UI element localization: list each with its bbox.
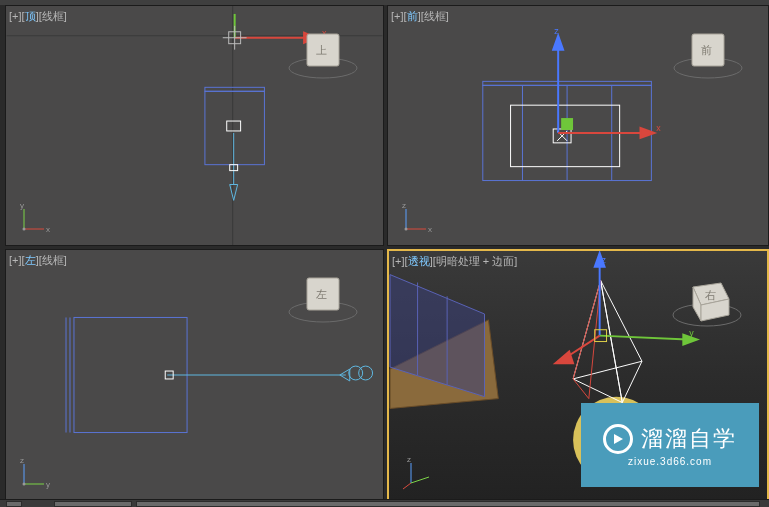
vp-name[interactable]: 透视 — [408, 255, 430, 267]
viewcube-top[interactable]: 上 — [283, 22, 363, 88]
axis-z-label: z — [407, 455, 411, 464]
play-icon — [603, 424, 633, 454]
viewport-perspective-axis-tripod: z — [401, 455, 435, 489]
svg-rect-25 — [511, 105, 620, 166]
axis-z-label: z — [402, 201, 406, 210]
viewport-front[interactable]: [+][前][线框] — [387, 5, 769, 246]
svg-line-70 — [403, 483, 411, 489]
viewcube-left[interactable]: 左 — [283, 266, 363, 332]
viewport-front-label[interactable]: [+][前][线框] — [391, 9, 449, 24]
viewcube-face-label[interactable]: 上 — [316, 44, 327, 56]
viewport-perspective-label[interactable]: [+][透视][明暗处理 + 边面] — [392, 254, 517, 269]
svg-marker-32 — [640, 128, 654, 138]
svg-rect-21 — [483, 81, 652, 85]
viewport-grid: [+][顶][线框] x — [5, 5, 769, 499]
svg-line-59 — [573, 361, 642, 379]
axis-x-label: x — [428, 225, 432, 234]
gizmo-x-label: x — [656, 123, 661, 133]
viewcube-front[interactable]: 前 — [668, 22, 748, 88]
viewport-top[interactable]: [+][顶][线框] x — [5, 5, 384, 246]
vp-shade[interactable]: 明暗处理 + 边面 — [436, 255, 515, 267]
svg-point-45 — [359, 366, 373, 380]
vp-name[interactable]: 顶 — [25, 10, 36, 22]
vp-shade[interactable]: 线框 — [42, 254, 64, 266]
viewport-top-axis-tripod: x y — [18, 201, 52, 235]
watermark-subtitle: zixue.3d66.com — [628, 456, 712, 467]
viewport-top-label[interactable]: [+][顶][线框] — [9, 9, 67, 24]
vp-plus[interactable]: + — [395, 255, 401, 267]
axis-x-label: x — [46, 225, 50, 234]
gizmo-z-label: z — [554, 26, 559, 36]
viewcube-face-label[interactable]: 右 — [705, 289, 716, 301]
watermark-title: 溜溜自学 — [641, 424, 737, 454]
viewport-left-axis-tripod: y z — [18, 456, 52, 490]
viewport-left-label[interactable]: [+][左][线框] — [9, 253, 67, 268]
svg-point-49 — [23, 483, 26, 486]
vp-plus[interactable]: + — [12, 10, 18, 22]
timeline-trackbar[interactable] — [0, 499, 769, 507]
vp-name[interactable]: 前 — [407, 10, 418, 22]
svg-point-17 — [23, 228, 26, 231]
svg-rect-10 — [205, 87, 265, 91]
axis-y-label: y — [46, 480, 50, 489]
vp-name[interactable]: 左 — [25, 254, 36, 266]
viewport-left[interactable]: [+][左][线框] — [5, 249, 384, 501]
svg-marker-75 — [614, 434, 623, 444]
vp-plus[interactable]: + — [394, 10, 400, 22]
trackbar-segment[interactable] — [6, 501, 22, 507]
watermark-badge: 溜溜自学 zixue.3d66.com — [581, 403, 759, 487]
svg-line-69 — [411, 477, 429, 483]
svg-rect-9 — [205, 91, 265, 164]
axis-z-label: z — [20, 456, 24, 465]
svg-rect-33 — [562, 119, 572, 129]
viewcube-face-label[interactable]: 左 — [316, 288, 327, 300]
viewport-front-axis-tripod: x z — [400, 201, 434, 235]
trackbar-segment[interactable] — [54, 501, 132, 507]
svg-point-36 — [405, 228, 408, 231]
viewcube-perspective[interactable]: 右 — [667, 267, 747, 333]
svg-marker-30 — [553, 36, 563, 50]
svg-marker-66 — [555, 351, 573, 363]
svg-rect-11 — [227, 121, 241, 131]
gizmo-z-label: z — [602, 255, 607, 265]
svg-marker-14 — [230, 185, 238, 201]
vp-plus[interactable]: + — [12, 254, 18, 266]
svg-line-63 — [600, 336, 688, 340]
axis-y-label: y — [20, 201, 24, 210]
vp-shade[interactable]: 线框 — [424, 10, 446, 22]
viewcube-face-label[interactable]: 前 — [701, 44, 712, 56]
viewport-perspective[interactable]: [+][透视][明暗处理 + 边面] — [387, 249, 769, 501]
trackbar-segment[interactable] — [136, 501, 760, 507]
vp-shade[interactable]: 线框 — [42, 10, 64, 22]
